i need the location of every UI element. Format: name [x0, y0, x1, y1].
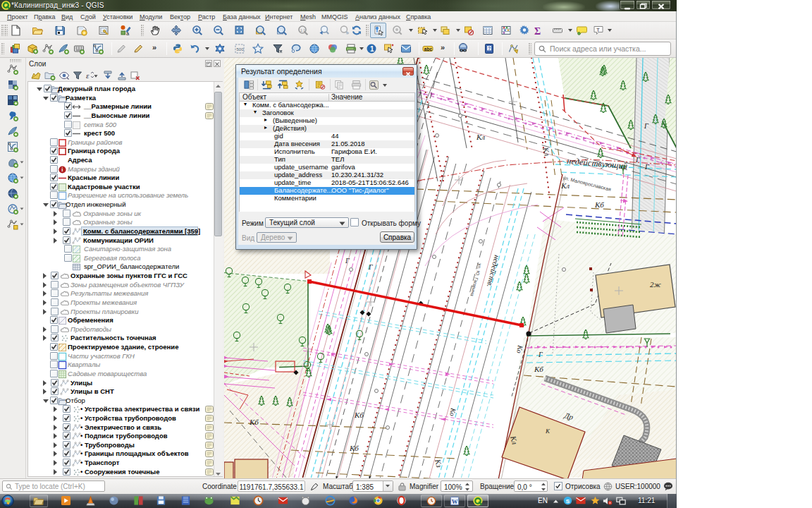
svg-text:Г: Г — [368, 263, 373, 271]
svg-text:Г: Г — [644, 163, 649, 171]
svg-text:ε: ε — [86, 71, 90, 80]
svg-text:Кб: Кб — [534, 365, 543, 373]
svg-text:Г: Г — [538, 351, 543, 358]
svg-text:W: W — [452, 498, 458, 505]
svg-text:1:1: 1:1 — [300, 28, 305, 32]
svg-text:Кб: Кб — [249, 418, 259, 426]
svg-text:Г: Г — [644, 122, 648, 130]
svg-text:Г: Г — [635, 156, 640, 164]
svg-text:К: К — [545, 428, 550, 435]
svg-text:a: a — [126, 30, 130, 36]
svg-text:Кб: Кб — [349, 444, 359, 452]
svg-text:2ж: 2ж — [650, 280, 662, 289]
svg-text:Кб: Кб — [594, 200, 604, 209]
svg-text:i: i — [61, 167, 63, 173]
svg-text:Г: Г — [345, 257, 350, 265]
svg-text:500: 500 — [237, 47, 245, 52]
svg-text:abc: abc — [424, 47, 433, 52]
svg-text:Σ: Σ — [534, 26, 541, 37]
svg-text:Ко: Ко — [515, 344, 524, 354]
svg-text:S: S — [566, 498, 570, 504]
svg-text:Ко: Ко — [448, 407, 457, 417]
svg-text:1: 1 — [370, 45, 374, 53]
svg-text:Кл: Кл — [560, 181, 570, 190]
svg-text:Кл: Кл — [476, 133, 485, 141]
svg-text:?: ? — [488, 46, 491, 51]
svg-text:T: T — [596, 27, 600, 33]
svg-text:Кб: Кб — [354, 411, 364, 419]
